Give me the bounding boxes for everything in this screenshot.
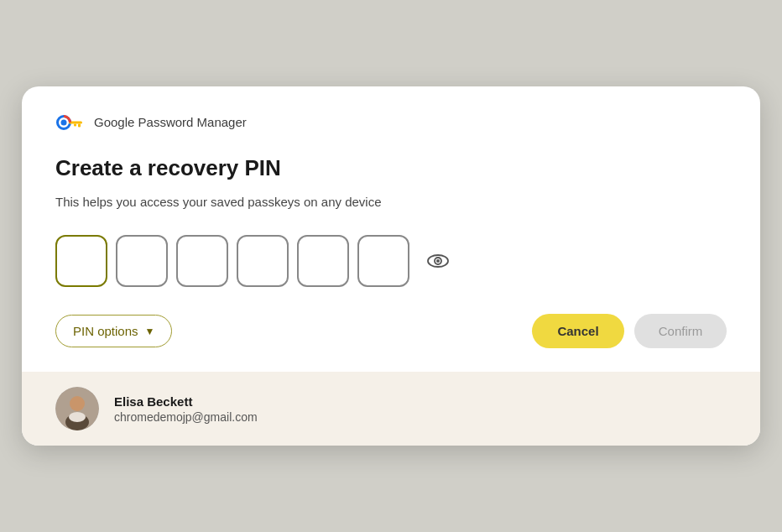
right-buttons-group: Cancel Confirm xyxy=(532,314,727,348)
cancel-button[interactable]: Cancel xyxy=(532,314,624,348)
pin-box-3[interactable] xyxy=(176,235,228,287)
dialog-content: Google Password Manager Create a recover… xyxy=(22,86,760,373)
dialog-description: This helps you access your saved passkey… xyxy=(55,193,727,212)
actions-row: PIN options ▼ Cancel Confirm xyxy=(55,314,727,348)
svg-point-10 xyxy=(70,396,85,411)
pin-input-row xyxy=(55,235,727,287)
user-avatar xyxy=(55,387,99,430)
pin-options-label: PIN options xyxy=(73,324,138,338)
user-name: Elisa Beckett xyxy=(114,394,258,409)
user-email: chromedemojp@gmail.com xyxy=(114,410,258,424)
svg-rect-3 xyxy=(78,123,81,127)
gpm-header-label: Google Password Manager xyxy=(94,115,247,129)
recovery-pin-dialog: Google Password Manager Create a recover… xyxy=(22,86,760,446)
page-background: Google Password Manager Create a recover… xyxy=(0,0,782,532)
confirm-button[interactable]: Confirm xyxy=(634,314,727,348)
dialog-header: Google Password Manager xyxy=(55,113,727,132)
pin-box-6[interactable] xyxy=(357,235,409,287)
pin-options-button[interactable]: PIN options ▼ xyxy=(55,315,172,347)
user-info: Elisa Beckett chromedemojp@gmail.com xyxy=(114,394,258,424)
pin-box-5[interactable] xyxy=(297,235,349,287)
pin-box-1[interactable] xyxy=(55,235,107,287)
dialog-title: Create a recovery PIN xyxy=(55,155,727,181)
pin-box-4[interactable] xyxy=(237,235,289,287)
svg-point-1 xyxy=(61,119,67,125)
pin-box-2[interactable] xyxy=(116,235,168,287)
svg-rect-4 xyxy=(74,123,76,126)
svg-point-12 xyxy=(69,412,86,422)
svg-point-8 xyxy=(436,259,440,263)
toggle-pin-visibility-button[interactable] xyxy=(423,248,453,274)
gpm-logo xyxy=(55,113,86,132)
chevron-down-icon: ▼ xyxy=(145,326,155,337)
user-footer: Elisa Beckett chromedemojp@gmail.com xyxy=(22,372,760,446)
